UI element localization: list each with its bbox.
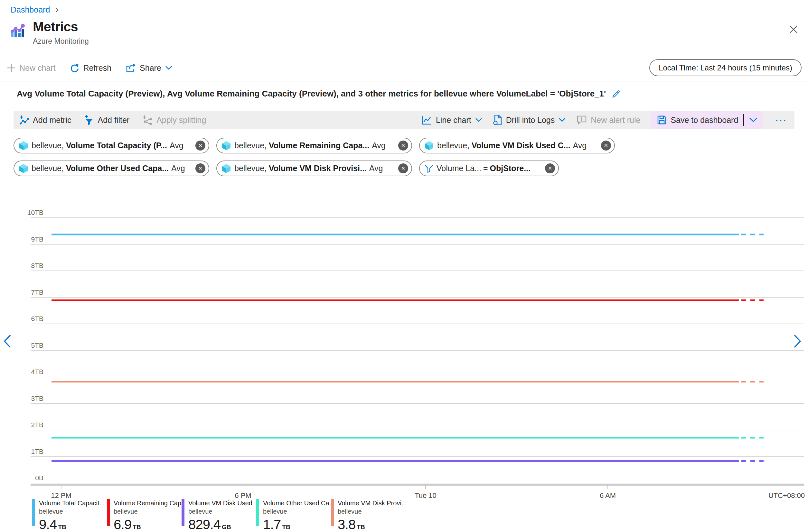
legend-metric-name: Volume Other Used Ca... [263, 499, 331, 507]
y-axis-label: 4TB [31, 368, 43, 375]
chevron-down-icon [558, 117, 566, 122]
legend-metric-name: Volume Total Capacit... [39, 499, 105, 507]
legend-metric-name: Volume VM Disk Used ... [188, 499, 256, 507]
remove-metric-button[interactable]: ✕ [196, 164, 205, 173]
legend-item[interactable]: Volume Total Capacit... bellevue 9.4TB [32, 499, 107, 532]
legend-item[interactable]: Volume VM Disk Used ... bellevue 829.4GB [182, 499, 256, 532]
save-to-dashboard-split-button: Save to dashboard [651, 111, 763, 129]
x-axis-label: 6 AM [600, 492, 616, 499]
remove-metric-button[interactable]: ✕ [196, 140, 205, 151]
chart-legend: Volume Total Capacit... bellevue 9.4TB V… [32, 499, 406, 532]
legend-unit: TB [58, 524, 66, 531]
more-commands-button[interactable]: ... [774, 114, 794, 127]
y-axis-label: 7TB [31, 288, 43, 296]
close-icon [789, 24, 798, 34]
cube-icon [19, 164, 28, 173]
cube-icon [221, 164, 231, 173]
metrics-toolbar: Add metric Add filter Apply splitting [14, 111, 794, 129]
chevron-down-icon [165, 65, 172, 71]
new-alert-rule-button[interactable]: New alert rule [576, 115, 640, 125]
refresh-button[interactable]: Refresh [70, 63, 112, 73]
new-alert-rule-icon [576, 115, 587, 125]
share-button[interactable]: Share [126, 63, 172, 73]
save-icon [657, 115, 667, 125]
remove-metric-button[interactable]: ✕ [398, 164, 408, 173]
add-metric-icon [19, 115, 29, 125]
time-range-button[interactable]: Local Time: Last 24 hours (15 minutes) [649, 59, 802, 76]
y-axis-label: 8TB [31, 262, 43, 269]
header-divider [0, 81, 808, 81]
chevron-left-icon [2, 334, 13, 349]
filter-pill[interactable]: Volume La...=ObjStore... ✕ [419, 160, 559, 176]
legend-color-bar [107, 499, 110, 526]
add-metric-button[interactable]: Add metric [19, 115, 71, 125]
y-axis-label: 9TB [31, 235, 43, 243]
page-subtitle: Azure Monitoring [33, 37, 89, 46]
metrics-logo-icon [9, 22, 25, 39]
x-axis-line [31, 484, 804, 486]
metrics-line-chart[interactable]: 0B1TB2TB3TB4TB5TB6TB7TB8TB9TB10TB12 PM6 … [0, 203, 808, 504]
legend-unit: TB [357, 524, 365, 531]
y-axis-label: 2TB [31, 421, 43, 429]
y-axis-label: 0B [35, 474, 43, 481]
legend-color-bar [256, 499, 259, 526]
close-button[interactable] [789, 24, 798, 34]
chevron-right-icon [792, 334, 803, 349]
metric-pill[interactable]: bellevue, Volume VM Disk Provisi...Avg ✕ [216, 160, 412, 176]
cube-icon [424, 141, 434, 151]
metric-pill[interactable]: bellevue, Volume Other Used Capa...Avg ✕ [14, 160, 209, 176]
save-to-dashboard-button[interactable]: Save to dashboard [657, 115, 738, 125]
remove-filter-button[interactable]: ✕ [545, 164, 555, 173]
remove-metric-button[interactable]: ✕ [601, 140, 611, 151]
save-to-dashboard-menu-button[interactable] [749, 117, 757, 123]
legend-item[interactable]: Volume VM Disk Provi... bellevue 3.8TB [331, 499, 406, 532]
legend-unit: GB [222, 524, 231, 531]
drill-into-logs-button[interactable]: Drill into Logs [493, 115, 566, 125]
command-bar: New chart Refresh Share [7, 59, 172, 76]
legend-resource-name: bellevue [114, 508, 182, 515]
metric-pill[interactable]: bellevue, Volume VM Disk Used C...Avg ✕ [419, 138, 615, 153]
legend-color-bar [331, 499, 334, 526]
y-axis-label: 6TB [31, 315, 43, 322]
legend-resource-name: bellevue [338, 508, 406, 515]
legend-unit: TB [282, 524, 290, 531]
legend-metric-name: Volume Remaining Cap... [114, 499, 182, 507]
x-axis-label: 6 PM [235, 492, 251, 499]
legend-resource-name: bellevue [263, 508, 331, 515]
breadcrumb: Dashboard [11, 5, 59, 15]
x-axis-label: 12 PM [51, 492, 72, 499]
edit-chart-title-button[interactable] [612, 90, 621, 98]
legend-resource-name: bellevue [39, 508, 105, 515]
cube-icon [19, 141, 28, 151]
drill-into-logs-icon [493, 115, 502, 125]
legend-value: 6.9 [114, 517, 131, 532]
save-split-separator [743, 114, 744, 126]
legend-resource-name: bellevue [188, 508, 256, 515]
chart-prev-button[interactable] [2, 334, 13, 349]
new-chart-button[interactable]: New chart [7, 63, 56, 73]
legend-unit: TB [133, 524, 141, 531]
add-filter-icon [84, 115, 94, 125]
add-filter-button[interactable]: Add filter [84, 115, 129, 125]
line-chart-icon [422, 115, 432, 125]
legend-item[interactable]: Volume Other Used Ca... bellevue 1.7TB [256, 499, 331, 532]
refresh-icon [70, 63, 79, 73]
chevron-down-icon [749, 117, 757, 123]
y-axis-label: 5TB [31, 342, 43, 349]
chevron-down-icon [475, 117, 482, 122]
edit-pencil-icon [612, 90, 621, 98]
legend-value: 9.4 [39, 517, 57, 532]
breadcrumb-link-dashboard[interactable]: Dashboard [11, 5, 50, 15]
remove-metric-button[interactable]: ✕ [398, 140, 408, 151]
x-axis-label: Tue 10 [415, 492, 437, 499]
line-chart-button[interactable]: Line chart [422, 115, 482, 125]
plus-icon [7, 64, 16, 72]
apply-splitting-button[interactable]: Apply splitting [142, 115, 206, 125]
metric-pill[interactable]: bellevue, Volume Remaining Capa...Avg ✕ [216, 138, 412, 153]
share-icon [126, 63, 136, 73]
funnel-icon [424, 164, 433, 173]
chart-next-button[interactable] [792, 334, 803, 349]
legend-item[interactable]: Volume Remaining Cap... bellevue 6.9TB [107, 499, 182, 532]
metric-pill[interactable]: bellevue, Volume Total Capacity (P...Avg… [14, 138, 209, 153]
y-axis-label: 10TB [27, 209, 43, 216]
